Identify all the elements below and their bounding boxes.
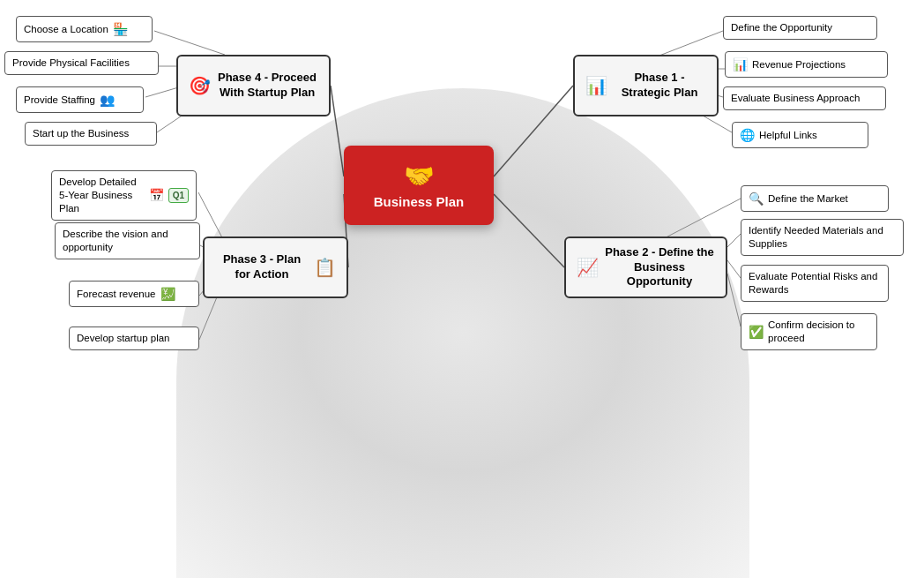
confirm-label: Confirm decision to proceed (768, 319, 869, 345)
item-revenue-projections[interactable]: 📊 Revenue Projections (725, 51, 888, 78)
physical-facilities-label: Provide Physical Facilities (12, 56, 130, 70)
globe-icon: 🌐 (740, 127, 755, 143)
item-confirm[interactable]: ✅ Confirm decision to proceed (741, 313, 877, 350)
svg-line-17 (727, 234, 741, 247)
phase2-label: Phase 2 - Define the Business Opportunit… (604, 245, 715, 290)
detailed-plan-label: Develop Detailed 5-Year Business Plan (59, 176, 145, 215)
phase1-box[interactable]: 📊 Phase 1 - Strategic Plan (573, 55, 719, 116)
phase4-icon: 🎯 (189, 74, 211, 97)
center-label: Business Plan (374, 194, 465, 210)
q1-badge: Q1 (168, 188, 189, 203)
confirm-icon: ✅ (749, 324, 764, 340)
item-business-approach[interactable]: Evaluate Business Approach (723, 86, 886, 110)
people-icon: 👥 (100, 92, 115, 108)
item-startup-business[interactable]: Start up the Business (25, 122, 157, 146)
startup-plan-label: Develop startup plan (77, 332, 169, 345)
item-define-opportunity[interactable]: Define the Opportunity (723, 16, 877, 40)
calendar-icon: 📅 (149, 187, 164, 203)
item-staffing[interactable]: Provide Staffing 👥 (16, 86, 144, 113)
search-icon: 🔍 (749, 191, 764, 206)
item-vision[interactable]: Describe the vision and opportunity (55, 222, 200, 259)
phase2-icon: 📈 (577, 256, 599, 279)
svg-line-4 (154, 31, 225, 55)
business-approach-label: Evaluate Business Approach (731, 92, 860, 105)
potential-risks-label: Evaluate Potential Risks and Rewards (749, 270, 881, 297)
phase2-box[interactable]: 📈 Phase 2 - Define the Business Opportun… (564, 236, 727, 298)
helpful-links-label: Helpful Links (759, 129, 817, 142)
handshake-icon: 🤝 (404, 161, 435, 191)
phase3-box[interactable]: Phase 3 - Plan for Action 📋 (203, 236, 348, 298)
materials-label: Identify Needed Materials and Supplies (749, 224, 896, 251)
item-choose-location[interactable]: Choose a Location 🏪 (16, 16, 153, 42)
item-forecast[interactable]: Forecast revenue 💹 (69, 281, 199, 307)
item-detailed-plan[interactable]: Develop Detailed 5-Year Business Plan 📅 … (51, 170, 197, 221)
store-icon: 🏪 (113, 21, 128, 37)
revenue-projections-label: Revenue Projections (752, 58, 846, 71)
chart-icon: 💹 (160, 286, 175, 302)
phase4-box[interactable]: 🎯 Phase 4 - Proceed With Startup Plan (176, 55, 331, 116)
forecast-label: Forecast revenue (77, 288, 156, 301)
phase4-label: Phase 4 - Proceed With Startup Plan (216, 71, 318, 101)
revenue-icon: 📊 (733, 56, 748, 72)
item-helpful-links[interactable]: 🌐 Helpful Links (732, 122, 868, 148)
define-market-label: Define the Market (768, 192, 848, 206)
vision-label: Describe the vision and opportunity (63, 228, 192, 254)
phase3-icon: 📋 (314, 256, 336, 279)
item-physical-facilities[interactable]: Provide Physical Facilities (4, 51, 159, 75)
phase1-label: Phase 1 - Strategic Plan (613, 71, 706, 101)
phase1-icon: 📊 (585, 74, 607, 97)
item-define-market[interactable]: 🔍 Define the Market (741, 185, 889, 212)
choose-location-label: Choose a Location (24, 23, 108, 36)
center-business-plan[interactable]: 🤝 Business Plan (344, 146, 494, 225)
staffing-label: Provide Staffing (24, 94, 95, 107)
phase3-label: Phase 3 - Plan for Action (215, 252, 309, 282)
item-materials[interactable]: Identify Needed Materials and Supplies (741, 219, 904, 256)
item-startup-plan[interactable]: Develop startup plan (69, 327, 199, 350)
define-opportunity-label: Define the Opportunity (731, 21, 832, 34)
item-potential-risks[interactable]: Evaluate Potential Risks and Rewards (741, 265, 889, 302)
startup-business-label: Start up the Business (33, 127, 129, 140)
